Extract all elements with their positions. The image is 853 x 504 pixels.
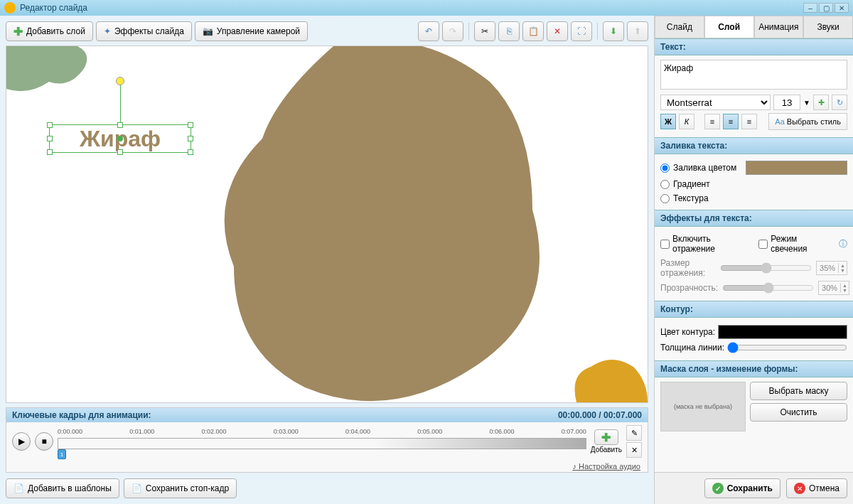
choose-style-button[interactable]: AaВыбрать стиль	[768, 113, 847, 130]
stop-button[interactable]: ■	[35, 432, 53, 451]
fill-texture-radio[interactable]	[660, 194, 670, 203]
scissors-icon: ✂	[481, 26, 488, 36]
fill-color-swatch[interactable]	[746, 161, 847, 175]
save-frame-button[interactable]: 📄 Сохранить стоп-кадр	[124, 478, 237, 498]
add-layer-button[interactable]: ✚Добавить слой	[6, 21, 93, 41]
save-button[interactable]: ✓Сохранить	[704, 478, 780, 498]
copy-button[interactable]: ⎘	[498, 21, 520, 41]
arrow-down-icon: ⬇	[610, 26, 617, 36]
contour-color-swatch[interactable]	[718, 325, 847, 339]
minimize-button[interactable]: –	[803, 3, 817, 13]
help-icon[interactable]: ⓘ	[839, 238, 847, 250]
font-refresh-button[interactable]: ↻	[832, 95, 847, 110]
move-down-button[interactable]: ⬇	[603, 21, 624, 41]
font-add-button[interactable]: ✚	[813, 95, 829, 110]
tab-layer[interactable]: Слой	[704, 16, 754, 38]
reflection-checkbox[interactable]	[660, 240, 670, 249]
tab-sounds[interactable]: Звуки	[803, 16, 853, 38]
resize-handle-bl[interactable]	[47, 149, 53, 155]
font-size-input[interactable]	[773, 95, 800, 110]
keyframes-panel: Ключевые кадры для анимации: 00:00.000 /…	[6, 407, 648, 473]
delete-icon: ✕	[554, 26, 561, 36]
resize-handle-mr[interactable]	[188, 136, 193, 141]
clear-mask-button[interactable]: Очистить	[750, 403, 847, 422]
puzzle-icon: ✦	[104, 26, 111, 36]
copy-icon: ⎘	[507, 26, 512, 36]
font-select[interactable]: Montserrat	[660, 95, 771, 110]
resize-handle-bm[interactable]	[117, 149, 123, 155]
transparency-slider[interactable]	[722, 282, 814, 294]
align-left-button[interactable]: ≡	[704, 114, 720, 129]
redo-button[interactable]: ↷	[442, 21, 463, 41]
check-icon: ✓	[712, 483, 724, 494]
camera-control-button[interactable]: 📷Управление камерой	[195, 21, 308, 41]
rotate-handle[interactable]	[116, 77, 124, 85]
fill-gradient-radio[interactable]	[660, 180, 670, 189]
italic-button[interactable]: К	[679, 114, 694, 129]
undo-button[interactable]: ↶	[418, 21, 439, 41]
window-title: Редактор слайда	[20, 3, 87, 13]
shape-brown-blob	[191, 45, 575, 403]
shape-yellow-blob	[562, 345, 648, 402]
play-button[interactable]: ▶	[12, 432, 31, 451]
resize-handle-tl[interactable]	[47, 122, 53, 128]
paste-icon: 📋	[528, 26, 539, 36]
text-object[interactable]: Жираф	[49, 124, 191, 153]
plus-icon: ✚	[14, 25, 23, 38]
fill-color-radio[interactable]	[660, 163, 670, 173]
shape-green-blob	[6, 46, 99, 110]
move-up-button[interactable]: ⬆	[627, 21, 648, 41]
add-keyframe-button[interactable]: ✚	[594, 429, 618, 445]
align-center-button[interactable]: ≡	[723, 114, 739, 129]
mask-preview: (маска не выбрана)	[660, 382, 746, 431]
fit-icon: ⛶	[577, 26, 586, 36]
tools-keyframe-button[interactable]: ✕	[626, 442, 642, 458]
tab-animation[interactable]: Анимация	[754, 16, 804, 38]
center-handle[interactable]	[117, 136, 123, 141]
redo-icon: ↷	[449, 26, 456, 36]
align-right-button[interactable]: ≡	[741, 114, 757, 129]
resize-handle-tm[interactable]	[117, 122, 123, 128]
undo-icon: ↶	[425, 26, 432, 36]
resize-handle-tr[interactable]	[188, 122, 193, 128]
resize-handle-br[interactable]	[188, 149, 193, 155]
fit-button[interactable]: ⛶	[571, 21, 592, 41]
slide-effects-button[interactable]: ✦Эффекты слайда	[96, 21, 192, 41]
add-to-templates-button[interactable]: 📄 Добавить в шаблоны	[6, 478, 119, 498]
timeline-ruler[interactable]: 0:00.0000:01.0000:02.0000:03.0000:04.000…	[58, 428, 586, 455]
glow-checkbox[interactable]	[758, 240, 768, 249]
delete-button[interactable]: ✕	[547, 21, 568, 41]
paste-button[interactable]: 📋	[522, 21, 544, 41]
section-effects-header: Эффекты для текста:	[655, 210, 853, 227]
tab-slide[interactable]: Слайд	[655, 16, 704, 38]
keyframe-marker[interactable]: 1	[58, 449, 66, 459]
app-icon	[4, 2, 16, 14]
section-text-header: Текст:	[655, 38, 853, 55]
section-mask-header: Маска слоя - изменение формы:	[655, 360, 853, 377]
titlebar: Редактор слайда – ▢ ✕	[0, 0, 853, 16]
select-mask-button[interactable]: Выбрать маску	[750, 382, 847, 400]
bold-button[interactable]: Ж	[660, 114, 676, 129]
reflection-size-slider[interactable]	[720, 262, 812, 274]
resize-handle-ml[interactable]	[47, 136, 53, 141]
keyframes-time: 00:00.000 / 00:07.000	[558, 410, 642, 420]
transparency-label: Прозрачность:	[660, 283, 718, 293]
reflection-size-label: Размер отражения:	[660, 258, 716, 278]
cut-button[interactable]: ✂	[474, 21, 495, 41]
text-input[interactable]: Жираф	[660, 60, 847, 90]
section-contour-header: Контур:	[655, 301, 853, 318]
maximize-button[interactable]: ▢	[819, 3, 833, 13]
tabs: Слайд Слой Анимация Звуки	[655, 16, 853, 38]
canvas[interactable]: Жираф	[6, 45, 648, 403]
main-toolbar: ✚Добавить слой ✦Эффекты слайда 📷Управлен…	[6, 21, 648, 41]
plus-icon: ✚	[601, 431, 611, 444]
edit-keyframe-button[interactable]: ✎	[626, 425, 642, 441]
close-button[interactable]: ✕	[835, 3, 849, 13]
audio-settings-link[interactable]: ♪ Настройка аудио	[6, 461, 648, 472]
keyframes-title: Ключевые кадры для анимации:	[12, 410, 151, 420]
section-fill-header: Заливка текста:	[655, 137, 853, 154]
arrow-up-icon: ⬆	[634, 26, 641, 36]
cancel-button[interactable]: ✕Отмена	[786, 478, 847, 498]
line-width-slider[interactable]	[727, 342, 847, 353]
cancel-icon: ✕	[794, 483, 805, 494]
